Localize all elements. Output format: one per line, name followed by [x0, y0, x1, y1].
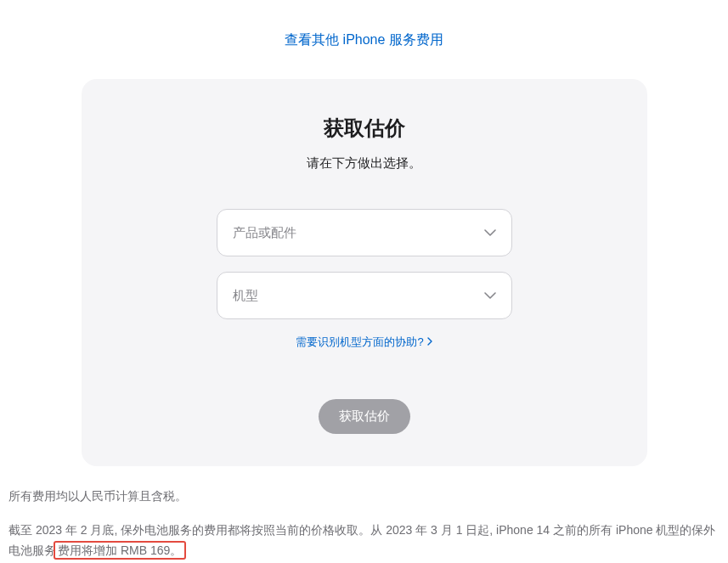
product-select-placeholder: 产品或配件: [233, 225, 296, 241]
model-select[interactable]: 机型: [217, 272, 512, 319]
card-title: 获取估价: [99, 115, 630, 142]
price-increase-highlight: 费用将增加 RMB 169。: [54, 541, 186, 560]
estimate-card: 获取估价 请在下方做出选择。 产品或配件 机型 需要识别机型方面的协助? 获取估…: [82, 79, 647, 466]
product-select[interactable]: 产品或配件: [217, 209, 512, 256]
other-services-link[interactable]: 查看其他 iPhone 服务费用: [285, 32, 443, 47]
help-link-label: 需要识别机型方面的协助?: [296, 335, 423, 350]
top-link-container: 查看其他 iPhone 服务费用: [0, 0, 728, 49]
chevron-down-icon: [484, 292, 496, 299]
identify-model-help-link[interactable]: 需要识别机型方面的协助?: [296, 335, 432, 350]
footer-line-1: 所有费用均以人民币计算且含税。: [8, 487, 720, 507]
footer-text: 所有费用均以人民币计算且含税。 截至 2023 年 2 月底, 保外电池服务的费…: [0, 487, 728, 560]
card-subtitle: 请在下方做出选择。: [99, 155, 630, 172]
model-select-placeholder: 机型: [233, 288, 258, 304]
chevron-down-icon: [484, 229, 496, 236]
get-estimate-button[interactable]: 获取估价: [319, 399, 410, 434]
footer-line-2: 截至 2023 年 2 月底, 保外电池服务的费用都将按照当前的价格收取。从 2…: [8, 521, 720, 561]
chevron-right-icon: [427, 336, 432, 348]
